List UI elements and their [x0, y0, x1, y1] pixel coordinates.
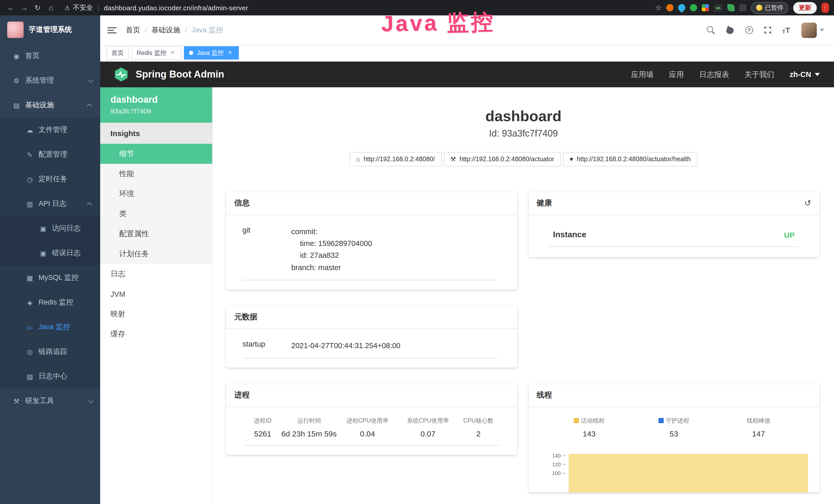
sidebar-item-java-monitor[interactable]: ▭ Java 监控	[0, 315, 100, 339]
back-icon[interactable]: ←	[5, 4, 17, 12]
history-icon[interactable]: ↺	[804, 198, 811, 208]
process-card-title: 进程	[234, 390, 250, 400]
search-icon[interactable]	[707, 26, 714, 34]
instance-link-actuator[interactable]: ⚒ http://192.168.0.2:48080/actuator	[444, 152, 561, 166]
process-card-body: 进程ID 5261 运行时间 6d 23h 15m 59s 进程CPU使用率	[226, 407, 517, 455]
link-url: http://192.168.0.2:48080/	[364, 156, 435, 163]
sidebar-item-scheduled-jobs[interactable]: ◷ 定时任务	[0, 167, 100, 191]
sidebar-item-system-mgmt[interactable]: ⚙ 系统管理	[0, 68, 100, 93]
sba-menu-config-props[interactable]: 配置属性	[100, 224, 212, 244]
sidebar-item-home[interactable]: ◉ 首页	[0, 44, 100, 68]
info-card-title: 信息	[234, 198, 250, 208]
address-bar[interactable]: ⚠ 不安全 | dashboard.yudao.iocoder.cn/infra…	[65, 3, 248, 12]
fullscreen-icon[interactable]	[764, 27, 771, 33]
sba-brand[interactable]: Spring Boot Admin	[113, 67, 224, 82]
eye-icon: ◎	[26, 348, 34, 356]
sba-menu-jvm[interactable]: JVM	[100, 284, 212, 304]
sba-nav-journal[interactable]: 日志报表	[699, 70, 729, 79]
user-menu[interactable]	[802, 22, 824, 38]
tab-home[interactable]: 首页	[106, 46, 129, 60]
tab-redis-monitor[interactable]: Redis 监控 ×	[132, 46, 181, 60]
chart-icon: ▦	[26, 274, 34, 282]
browser-menu-icon[interactable]: ⋮	[821, 3, 829, 13]
home-icon[interactable]: ⌂	[45, 4, 57, 12]
process-card: 进程 进程ID 5261 运行时间	[226, 384, 517, 455]
breadcrumb-item[interactable]: 首页	[126, 25, 140, 35]
sba-menu-classes[interactable]: 类	[100, 204, 212, 224]
sidebar-item-access-logs[interactable]: ▣ 访问日志	[0, 216, 100, 241]
bookmark-star-icon[interactable]: ☆	[655, 4, 662, 12]
sba-nav-applications[interactable]: 应用	[669, 70, 684, 79]
sba-menu-performance[interactable]: 性能	[100, 164, 212, 184]
sidebar-item-label: 链路追踪	[39, 347, 67, 357]
metadata-key: startup	[242, 340, 291, 352]
extension-icon[interactable]	[702, 4, 709, 11]
instance-link-root[interactable]: ⌂ http://192.168.0.2:48080/	[350, 152, 442, 166]
stat-label: CPU核心数	[458, 417, 499, 425]
font-size-icon[interactable]: T T	[782, 26, 790, 35]
daemon-threads-swatch	[658, 418, 663, 423]
app-logo[interactable]: 芋道管理系统	[0, 16, 100, 44]
stat-label: 进程CPU使用率	[337, 417, 398, 425]
extension-icon[interactable]	[690, 4, 697, 11]
layers-icon: ◈	[26, 299, 34, 306]
sidebar-item-label: Redis 监控	[39, 298, 73, 307]
avatar	[802, 22, 817, 38]
cloud-icon: ☁	[26, 126, 34, 134]
tab-close-icon[interactable]: ×	[226, 49, 234, 56]
health-card-body: Instance UP	[528, 215, 819, 257]
extension-icon[interactable]	[666, 4, 674, 11]
stat-value: 6d 23h 15m 59s	[281, 429, 337, 438]
sidebar-item-dev-tools[interactable]: ⚒ 研发工具	[0, 389, 100, 413]
live-threads-area	[568, 454, 808, 492]
sidebar-item-mysql-monitor[interactable]: ▦ MySQL 监控	[0, 266, 100, 290]
stat-process-cpu: 进程CPU使用率 0.04	[337, 417, 398, 438]
sba-menu-details[interactable]: 细节	[100, 144, 212, 164]
tab-java-monitor[interactable]: Java 监控 ×	[184, 46, 239, 60]
sba-menu-logs[interactable]: 日志	[100, 264, 212, 284]
sba-instance-id: 93a3fc7f7409	[110, 107, 202, 115]
log-doc-icon: ▣	[39, 225, 47, 232]
sba-language-select[interactable]: zh-CN	[790, 70, 820, 78]
extension-icon[interactable]	[677, 3, 687, 13]
sba-menu-mappings[interactable]: 映射	[100, 304, 212, 324]
sba-nav-wallboard[interactable]: 应用墙	[631, 70, 654, 79]
sidebar-item-error-logs[interactable]: ▣ 错误日志	[0, 241, 100, 266]
sba-nav-about[interactable]: 关于我们	[744, 70, 774, 79]
y-tick-label: 120	[552, 462, 561, 467]
sidebar-item-redis-monitor[interactable]: ◈ Redis 监控	[0, 290, 100, 315]
sidebar-item-infrastructure[interactable]: ▤ 基础设施	[0, 93, 100, 118]
update-button[interactable]: 更新	[793, 2, 817, 14]
paused-badge[interactable]: 已暂停	[751, 2, 789, 14]
stat-value: 2	[458, 429, 499, 438]
forward-icon[interactable]: →	[19, 4, 30, 12]
extensions-puzzle-icon[interactable]	[739, 4, 746, 11]
breadcrumb-item[interactable]: 基础设施	[152, 25, 180, 35]
tab-close-icon[interactable]: ×	[169, 49, 176, 56]
sidebar-item-label: 文件管理	[39, 125, 67, 135]
help-icon[interactable]: ?	[745, 26, 753, 34]
info-row-git: git commit: time: 1596289704000 id: 27aa…	[242, 224, 497, 280]
chevron-up-icon	[87, 202, 92, 207]
extension-icon[interactable]: on	[714, 4, 723, 12]
sba-menu-scheduled-tasks[interactable]: 计划任务	[100, 244, 212, 264]
hamburger-icon[interactable]	[107, 27, 117, 33]
sidebar-item-api-logs[interactable]: ▥ API 日志	[0, 191, 100, 216]
sidebar-item-config-mgmt[interactable]: ✎ 配置管理	[0, 142, 100, 167]
instance-link-health[interactable]: ♥ http://192.168.0.2:48080/actuator/heal…	[563, 152, 697, 166]
sidebar-item-link-tracing[interactable]: ◎ 链路追踪	[0, 339, 100, 364]
reload-icon[interactable]: ↻	[32, 4, 43, 12]
sba-logo-icon	[113, 67, 129, 82]
stat-system-cpu: 系统CPU使用率 0.07	[398, 417, 458, 438]
sidebar-item-log-center[interactable]: ▨ 日志中心	[0, 364, 100, 389]
sidebar-item-file-mgmt[interactable]: ☁ 文件管理	[0, 118, 100, 142]
extension-icon[interactable]	[727, 4, 734, 11]
info-line: commit:	[291, 226, 372, 238]
y-tick-label: 100	[552, 471, 561, 476]
github-icon[interactable]	[726, 26, 734, 34]
health-instance-row[interactable]: Instance UP	[549, 228, 799, 247]
info-card: 信息 git commit: time: 1596289704000 id: 2…	[226, 192, 517, 290]
sba-menu-caches[interactable]: 缓存	[100, 324, 212, 344]
sidebar-item-label: 配置管理	[39, 150, 67, 159]
sba-menu-environment[interactable]: 环境	[100, 184, 212, 204]
